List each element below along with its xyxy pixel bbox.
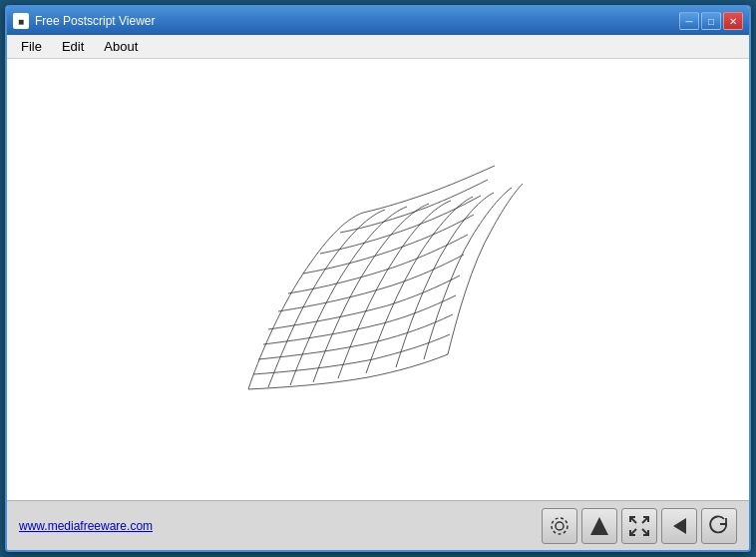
titlebar: ■ Free Postscript Viewer ─ □ ✕ bbox=[7, 7, 749, 35]
svg-marker-7 bbox=[673, 518, 686, 534]
svg-marker-2 bbox=[590, 517, 608, 535]
postscript-canvas bbox=[7, 59, 749, 500]
fit-window-icon bbox=[628, 515, 650, 537]
menu-file[interactable]: File bbox=[11, 37, 52, 56]
previous-button[interactable] bbox=[661, 508, 697, 544]
flip-icon bbox=[588, 515, 610, 537]
window-icon: ■ bbox=[13, 13, 29, 29]
settings-button[interactable] bbox=[542, 508, 577, 544]
titlebar-controls: ─ □ ✕ bbox=[679, 12, 743, 30]
window-title: Free Postscript Viewer bbox=[35, 14, 156, 28]
rotate-icon bbox=[708, 515, 730, 537]
statusbar: www.mediafreeware.com bbox=[7, 500, 749, 550]
main-window: ■ Free Postscript Viewer ─ □ ✕ File Edit… bbox=[5, 5, 751, 552]
menu-edit[interactable]: Edit bbox=[52, 37, 94, 56]
settings-icon bbox=[549, 515, 570, 537]
postscript-drawing bbox=[228, 150, 528, 409]
previous-icon bbox=[668, 515, 690, 537]
maximize-button[interactable]: □ bbox=[701, 12, 721, 30]
titlebar-left: ■ Free Postscript Viewer bbox=[13, 13, 156, 29]
fit-window-button[interactable] bbox=[621, 508, 657, 544]
close-button[interactable]: ✕ bbox=[723, 12, 743, 30]
menu-about[interactable]: About bbox=[94, 37, 148, 56]
svg-point-1 bbox=[552, 518, 567, 534]
website-link[interactable]: www.mediafreeware.com bbox=[19, 519, 153, 533]
content-area bbox=[7, 59, 749, 500]
toolbar-buttons bbox=[542, 508, 737, 544]
flip-button[interactable] bbox=[581, 508, 617, 544]
minimize-button[interactable]: ─ bbox=[679, 12, 699, 30]
menubar: File Edit About bbox=[7, 35, 749, 59]
svg-point-0 bbox=[556, 522, 564, 530]
rotate-button[interactable] bbox=[701, 508, 737, 544]
